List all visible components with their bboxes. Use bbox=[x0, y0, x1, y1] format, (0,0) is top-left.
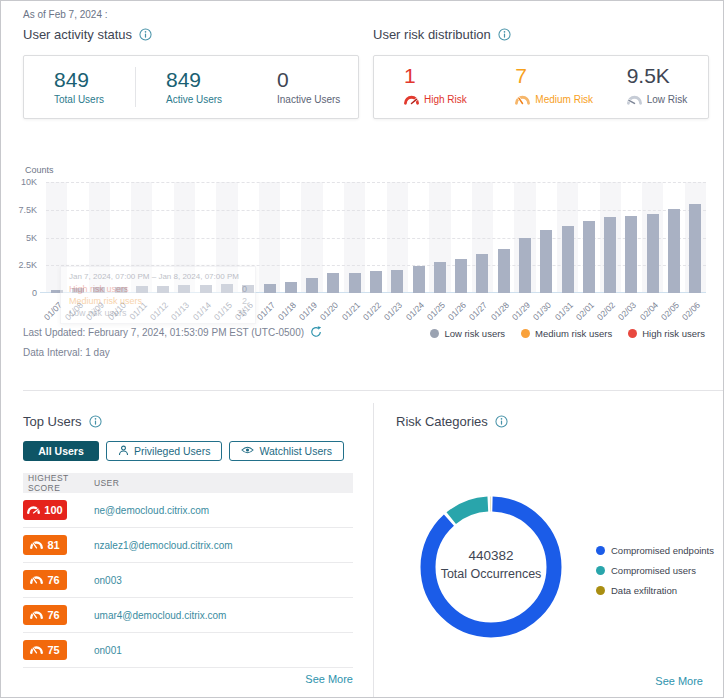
table-row[interactable]: 100ne@democloud.citrix.com bbox=[23, 493, 353, 528]
column-user: USER bbox=[94, 478, 119, 488]
stat-label: Total Users bbox=[54, 94, 104, 105]
legend-item-low-risk-users[interactable]: Low risk users bbox=[430, 328, 505, 339]
bar-01/20[interactable] bbox=[327, 273, 339, 293]
info-icon[interactable] bbox=[89, 415, 102, 428]
legend-label: Compromised endpoints bbox=[611, 545, 714, 556]
gauge-icon bbox=[27, 504, 40, 516]
top-users-heading: Top Users bbox=[23, 414, 102, 429]
user-activity-title: User activity status bbox=[23, 27, 132, 42]
bar-02/03[interactable] bbox=[625, 216, 637, 293]
data-interval: Data Interval: 1 day bbox=[23, 347, 110, 358]
risk-score-badge: 76 bbox=[23, 605, 67, 625]
tab-privileged-users[interactable]: Privileged Users bbox=[106, 441, 222, 461]
bar-01/24[interactable] bbox=[413, 266, 425, 293]
refresh-icon[interactable] bbox=[310, 326, 322, 338]
user-activity-heading: User activity status bbox=[23, 27, 152, 42]
table-row[interactable]: 76umar4@democloud.citrix.com bbox=[23, 598, 353, 633]
stat-label: Active Users bbox=[166, 94, 222, 105]
eye-icon bbox=[241, 445, 254, 457]
bar-01/19[interactable] bbox=[306, 278, 318, 293]
gridline bbox=[46, 182, 706, 183]
gauge-medium-icon bbox=[515, 91, 530, 109]
gauge-icon bbox=[627, 94, 642, 105]
bar-02/05[interactable] bbox=[668, 209, 680, 293]
y-tick-7.5K: 7.5K bbox=[18, 205, 37, 215]
risk-categories-heading: Risk Categories bbox=[396, 414, 508, 429]
stat-active-users: 849Active Users bbox=[136, 69, 247, 105]
gauge-icon bbox=[30, 610, 43, 619]
score-value: 76 bbox=[47, 609, 59, 621]
y-tick-5K: 5K bbox=[26, 233, 37, 243]
user-link[interactable]: on003 bbox=[94, 575, 122, 586]
risk-score-badge: 75 bbox=[23, 640, 67, 660]
donut-legend-item-compromised-endpoints[interactable]: Compromised endpoints bbox=[596, 545, 714, 556]
bar-01/17[interactable] bbox=[264, 284, 276, 293]
last-updated: Last Updated: February 7, 2024, 01:53:09… bbox=[23, 326, 322, 338]
legend-dot bbox=[596, 566, 605, 575]
risk-score-badge: 76 bbox=[23, 570, 67, 590]
bar-02/01[interactable] bbox=[583, 221, 595, 293]
info-icon[interactable] bbox=[495, 415, 508, 428]
tooltip-row: Low risk users35 bbox=[69, 308, 247, 318]
user-link[interactable]: ne@democloud.citrix.com bbox=[94, 505, 209, 516]
tab-watchlist-users[interactable]: Watchlist Users bbox=[229, 441, 344, 461]
gauge-icon bbox=[515, 94, 530, 105]
bar-01/18[interactable] bbox=[285, 282, 297, 293]
user-activity-card: 849Total Users849Active Users0Inactive U… bbox=[23, 55, 359, 119]
legend-label: Compromised users bbox=[611, 565, 696, 576]
bar-01/29[interactable] bbox=[519, 238, 531, 293]
gauge-icon bbox=[30, 540, 43, 549]
user-link[interactable]: on001 bbox=[94, 645, 122, 656]
tab-all-users[interactable]: All Users bbox=[23, 441, 99, 461]
bar-chart-plot: Jan 7, 2024, 07:00 PM – Jan 8, 2024, 07:… bbox=[46, 182, 706, 293]
table-row[interactable]: 75on001 bbox=[23, 633, 353, 668]
donut-legend-item-compromised-users[interactable]: Compromised users bbox=[596, 565, 714, 576]
score-value: 75 bbox=[47, 644, 59, 656]
legend-item-medium-risk-users[interactable]: Medium risk users bbox=[521, 328, 612, 339]
bar-01/27[interactable] bbox=[476, 254, 488, 293]
gridline bbox=[46, 210, 706, 211]
gauge-low-icon bbox=[627, 91, 642, 109]
legend-label: Low risk users bbox=[444, 328, 505, 339]
chart-tooltip: Jan 7, 2024, 07:00 PM – Jan 8, 2024, 07:… bbox=[60, 266, 256, 324]
person-icon bbox=[118, 445, 129, 458]
stat-high-risk: 1High Risk bbox=[374, 65, 485, 108]
info-icon-glyph bbox=[89, 415, 102, 428]
legend-item-high-risk-users[interactable]: High risk users bbox=[628, 328, 705, 339]
table-row[interactable]: 81nzalez1@democloud.citrix.com bbox=[23, 528, 353, 563]
donut-legend-item-data-exfiltration[interactable]: Data exfiltration bbox=[596, 585, 714, 596]
table-row[interactable]: 76on003 bbox=[23, 563, 353, 598]
see-more-risk-link[interactable]: See More bbox=[655, 675, 703, 687]
info-icon[interactable] bbox=[139, 28, 152, 41]
user-link[interactable]: umar4@democloud.citrix.com bbox=[94, 610, 226, 621]
stat-inactive-users: 0Inactive Users bbox=[247, 69, 358, 105]
stat-medium-risk: 7Medium Risk bbox=[485, 65, 596, 108]
bar-01/30[interactable] bbox=[540, 230, 552, 293]
analytics-dashboard: As of Feb 7, 2024 : User activity status… bbox=[0, 0, 724, 698]
y-axis-title: Counts bbox=[25, 165, 54, 175]
gauge-icon bbox=[30, 609, 43, 621]
bar-01/26[interactable] bbox=[455, 259, 467, 293]
bar-01/22[interactable] bbox=[370, 271, 382, 293]
legend-dot bbox=[521, 329, 530, 338]
bar-02/06[interactable] bbox=[689, 204, 701, 293]
donut-center-label: 440382 Total Occurrences bbox=[416, 548, 566, 581]
stat-label: High Risk bbox=[424, 94, 467, 105]
horizontal-divider bbox=[23, 390, 723, 391]
bar-01/28[interactable] bbox=[498, 249, 510, 293]
bar-02/02[interactable] bbox=[604, 217, 616, 293]
users-table-body: 100ne@democloud.citrix.com81nzalez1@demo… bbox=[23, 493, 353, 668]
bar-02/04[interactable] bbox=[647, 214, 659, 293]
score-value: 100 bbox=[44, 504, 62, 516]
bar-01/21[interactable] bbox=[349, 273, 361, 293]
y-tick-0: 0 bbox=[32, 288, 37, 298]
legend-label: High risk users bbox=[642, 328, 705, 339]
bar-01/25[interactable] bbox=[434, 262, 446, 293]
legend-label: Medium risk users bbox=[535, 328, 612, 339]
gauge-icon bbox=[30, 574, 43, 586]
bar-01/23[interactable] bbox=[391, 270, 403, 293]
user-link[interactable]: nzalez1@democloud.citrix.com bbox=[94, 540, 233, 551]
bar-01/31[interactable] bbox=[562, 226, 574, 293]
info-icon[interactable] bbox=[498, 28, 511, 41]
see-more-users-link[interactable]: See More bbox=[305, 673, 353, 685]
